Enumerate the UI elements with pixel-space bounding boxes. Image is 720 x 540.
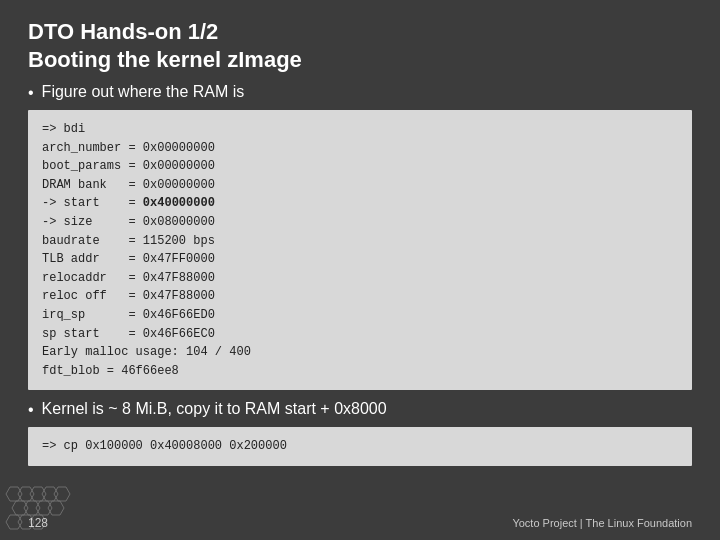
bullet-text-1: Figure out where the RAM is — [42, 83, 245, 101]
code-line: arch_number = 0x00000000 — [42, 139, 678, 158]
title-line2: Booting the kernel zImage — [28, 46, 692, 74]
svg-marker-10 — [18, 515, 34, 529]
code-line: reloc off = 0x47F88000 — [42, 287, 678, 306]
bullet-dot-1: • — [28, 84, 34, 102]
code-line: baudrate = 115200 bps — [42, 232, 678, 251]
code-block-2: => cp 0x100000 0x40008000 0x200000 — [28, 427, 692, 466]
code-line: irq_sp = 0x46F66ED0 — [42, 306, 678, 325]
svg-marker-9 — [6, 515, 22, 529]
svg-marker-5 — [12, 501, 28, 515]
bullet-text-2: Kernel is ~ 8 Mi.B, copy it to RAM start… — [42, 400, 387, 418]
title-block: DTO Hands-on 1/2 Booting the kernel zIma… — [28, 18, 692, 73]
code-line: -> size = 0x08000000 — [42, 213, 678, 232]
bullet-dot-2: • — [28, 401, 34, 419]
svg-marker-1 — [18, 487, 34, 501]
code-line: sp start = 0x46F66EC0 — [42, 325, 678, 344]
svg-marker-8 — [48, 501, 64, 515]
svg-marker-6 — [24, 501, 40, 515]
bullet-item-2: • Kernel is ~ 8 Mi.B, copy it to RAM sta… — [28, 400, 692, 419]
svg-marker-2 — [30, 487, 46, 501]
svg-marker-11 — [30, 515, 46, 529]
code-line: DRAM bank = 0x00000000 — [42, 176, 678, 195]
code-line: TLB addr = 0x47FF0000 — [42, 250, 678, 269]
svg-marker-0 — [6, 487, 22, 501]
code-block-1: => bdi arch_number = 0x00000000 boot_par… — [28, 110, 692, 390]
svg-marker-3 — [42, 487, 58, 501]
hex-decoration — [0, 485, 110, 540]
footer-brand: Yocto Project | The Linux Foundation — [512, 517, 692, 529]
svg-marker-7 — [36, 501, 52, 515]
title-line1: DTO Hands-on 1/2 — [28, 18, 692, 46]
svg-marker-4 — [54, 487, 70, 501]
code-line: Early malloc usage: 104 / 400 — [42, 343, 678, 362]
bullet-item-1: • Figure out where the RAM is — [28, 83, 692, 102]
code-line: fdt_blob = 46f66ee8 — [42, 362, 678, 381]
main-content: DTO Hands-on 1/2 Booting the kernel zIma… — [0, 0, 720, 486]
code-line: => bdi — [42, 120, 678, 139]
code-line-cp: => cp 0x100000 0x40008000 0x200000 — [42, 437, 678, 456]
code-line: relocaddr = 0x47F88000 — [42, 269, 678, 288]
code-line: boot_params = 0x00000000 — [42, 157, 678, 176]
code-line: -> start = 0x40000000 — [42, 194, 678, 213]
